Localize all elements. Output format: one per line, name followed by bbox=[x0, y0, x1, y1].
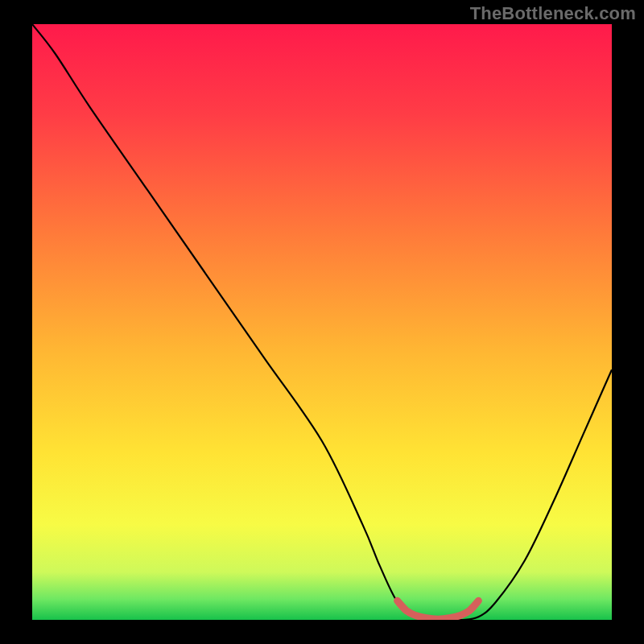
watermark-text: TheBottleneck.com bbox=[470, 3, 636, 24]
gradient-background bbox=[32, 24, 612, 620]
chart-frame bbox=[32, 24, 612, 620]
bottleneck-chart bbox=[32, 24, 612, 620]
